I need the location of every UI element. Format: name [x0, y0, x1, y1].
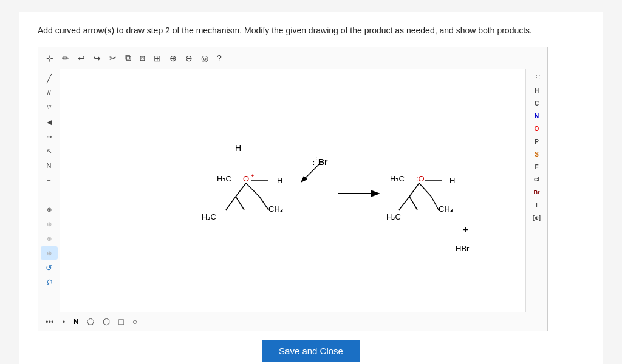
element-F-button[interactable]: F — [528, 161, 546, 173]
curved-mechanism-arrow — [302, 163, 320, 181]
br-dots: : — [316, 155, 318, 161]
product-bond1 — [409, 183, 419, 197]
plus-tool[interactable]: + — [41, 174, 58, 187]
chemistry-svg: H H₃C O + —H — [60, 69, 525, 312]
dot-single-tool[interactable]: • — [60, 316, 68, 328]
element-Cl-button[interactable]: Cl — [528, 174, 546, 186]
reactant-charge: + — [251, 173, 254, 179]
element-H-button[interactable]: H — [528, 84, 546, 96]
bracket2-tool[interactable]: ⊕ — [41, 217, 58, 231]
dashed-arrow-tool[interactable]: ⇢ — [41, 130, 58, 143]
reactant-bond3 — [226, 197, 236, 210]
br-dots2: : — [326, 155, 328, 161]
product-ch3: CH₃ — [439, 204, 453, 214]
element-O-button[interactable]: O — [528, 123, 546, 135]
canvas-area[interactable]: H H₃C O + —H — [60, 69, 525, 312]
paste-tool[interactable]: ⧈ — [137, 51, 148, 65]
reactant-h3c-bottom: H₃C — [202, 212, 216, 221]
template-hexagon-tool[interactable]: ⬡ — [100, 315, 112, 328]
zoom-out-tool[interactable]: ⊖ — [182, 52, 196, 65]
product-bond3 — [399, 197, 409, 210]
triple-bond-tool[interactable]: /// — [41, 101, 58, 114]
reactant-bond4 — [236, 197, 244, 210]
element-R-button[interactable]: [⊕] — [528, 212, 546, 224]
double-bond-tool[interactable]: // — [41, 86, 58, 99]
template-pentagon-tool[interactable]: ⬠ — [84, 315, 97, 328]
plus-sign: + — [463, 224, 468, 235]
wedge-tool[interactable]: N — [41, 159, 58, 172]
undo-tool[interactable]: ↩ — [75, 52, 88, 65]
reactant-bond1 — [236, 183, 246, 197]
redo-tool[interactable]: ↪ — [91, 52, 104, 65]
toolbar-left: ╱ // /// ◀ ⇢ ↗ N + − ⊕ ⊕ ⊕ ⊕ ↺ ↺ — [38, 69, 60, 312]
element-N-button[interactable]: N — [528, 110, 546, 122]
reactant-bond2 — [246, 183, 259, 197]
reactant-oxygen: O — [243, 174, 249, 183]
product-h3c-bottom: H₃C — [386, 212, 401, 221]
minus-tool[interactable]: − — [41, 188, 58, 201]
zoom-fit-tool[interactable]: ⊞ — [151, 52, 164, 65]
filled-arrow-tool[interactable]: ◀ — [41, 115, 58, 129]
help-tool[interactable]: ? — [214, 52, 225, 65]
product-bond4 — [409, 197, 417, 210]
template-square-tool[interactable]: □ — [116, 315, 126, 328]
page-container: Add curved arrow(s) to draw step 2 of th… — [19, 12, 603, 364]
single-bond-tool[interactable]: ╱ — [41, 72, 58, 85]
hbr-label: HBr — [456, 244, 470, 253]
zoom-in-tool[interactable]: ⊕ — [166, 52, 180, 65]
template-circle-tool[interactable]: ○ — [130, 315, 140, 328]
product-bond2 — [419, 183, 431, 197]
cut-tool[interactable]: ✂ — [106, 52, 120, 65]
template-N-tool[interactable]: N — [71, 317, 81, 326]
curved-arrow-tool[interactable]: ↗ — [41, 144, 58, 158]
element-P-button[interactable]: P — [528, 135, 546, 147]
reactant-h-right: —H — [269, 176, 282, 185]
toolbar-top: ⊹ ✏ ↩ ↪ ✂ ⧉ ⧈ ⊞ ⊕ ⊖ ◎ ? — [38, 47, 547, 69]
grid-tool[interactable]: ⋮⁚ — [528, 72, 546, 84]
bracket3-tool[interactable]: ⊕ — [41, 232, 58, 245]
product-oxygen: :O — [416, 174, 425, 183]
copy-tool[interactable]: ⧉ — [122, 51, 134, 65]
curved-arrow-tool2[interactable]: ↺ — [41, 261, 58, 274]
main-area: ╱ // /// ◀ ⇢ ↗ N + − ⊕ ⊕ ⊕ ⊕ ↺ ↺ — [38, 69, 547, 312]
product-h3c-top: H₃C — [390, 174, 405, 183]
zoom-reset-tool[interactable]: ◎ — [198, 52, 211, 65]
draw-tool[interactable]: ✏ — [59, 52, 72, 65]
element-Br-button[interactable]: Br — [528, 186, 546, 198]
drawing-area: ⊹ ✏ ↩ ↪ ✂ ⧉ ⧈ ⊞ ⊕ ⊖ ◎ ? ╱ // /// ◀ ⇢ ↗ N — [38, 47, 548, 331]
save-close-button[interactable]: Save and Close — [262, 340, 360, 362]
product-h-right: —H — [442, 176, 455, 185]
instructions-text: Add curved arrow(s) to draw step 2 of th… — [38, 24, 584, 37]
dots-tool[interactable]: ••• — [43, 316, 56, 328]
bracket4-tool[interactable]: ⊕ — [41, 246, 58, 260]
select-tool[interactable]: ⊹ — [43, 52, 56, 65]
reactant-ch3: CH₃ — [268, 204, 283, 214]
element-C-button[interactable]: C — [528, 97, 546, 109]
reactant-h3c-top: H₃C — [217, 174, 231, 183]
toolbar-right: ⋮⁚ H C N O P S F Cl Br I [⊕] — [525, 69, 547, 312]
br-colon: : — [313, 159, 315, 166]
element-S-button[interactable]: S — [528, 148, 546, 160]
element-I-button[interactable]: I — [528, 199, 546, 211]
toolbar-bottom: ••• • N ⬠ ⬡ □ ○ — [38, 312, 547, 331]
bracket1-tool[interactable]: ⊕ — [41, 203, 58, 216]
reactant-bond5 — [259, 197, 268, 210]
curved-arrow-tool3[interactable]: ↺ — [41, 275, 58, 289]
reactant-h-label: H — [235, 143, 241, 153]
product-bond5 — [431, 197, 439, 210]
